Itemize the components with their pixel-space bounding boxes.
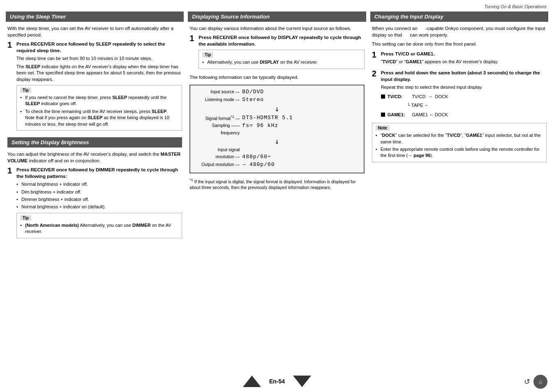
back-icon[interactable]: ↺ xyxy=(524,377,530,386)
signal-value: DTS-HDMSTR 5.1 xyxy=(242,115,293,121)
col-input-display: Changing the Input Display When you conn… xyxy=(370,12,548,165)
brightness-intro: You can adjust the brightness of the AV … xyxy=(7,151,182,164)
step-content: Press and hold down the same button (abo… xyxy=(381,69,547,120)
res-value: 480p/60÷ xyxy=(242,154,271,160)
bottom-nav: En-54 xyxy=(0,376,554,387)
step1-body: "TV/CD" or "GAME1" appears on the AV rec… xyxy=(381,59,547,65)
arrow-down-2: ↓ xyxy=(194,137,359,145)
game1-section: GAME1: GAME1 ↔ DOCK xyxy=(381,112,547,118)
sleep-tip-box: Tip If you need to cancel the sleep time… xyxy=(16,85,182,131)
inputsig-label: Input signal xyxy=(194,147,240,152)
col-source-info: Displaying Source Information You can di… xyxy=(188,12,366,193)
page-container: Turning On & Basic Operations Using the … xyxy=(0,0,554,392)
sleep-timer-intro: With the sleep timer, you can set the AV… xyxy=(7,25,182,38)
input-display-line2: This setting can be done only from the f… xyxy=(372,41,547,47)
step-title: Press RECEIVER once followed by DISPLAY … xyxy=(199,34,364,47)
sleep-body-1: The sleep time can be set from 90 to 10 … xyxy=(16,55,182,62)
display-row-inputsig: Input signal xyxy=(194,147,359,152)
tvcd-flow-line2: └ TAPE ← xyxy=(388,102,547,108)
mode-value: Stereo xyxy=(242,97,264,103)
bullet-4: Normal brightness + indicator on (defaul… xyxy=(16,204,182,210)
bottom-right-icons: ↺ ⌂ xyxy=(524,375,547,389)
arrow-down-1: ↓ xyxy=(194,104,359,113)
input-step-1: 1 Press TV/CD or GAME1. "TV/CD" or "GAME… xyxy=(372,51,547,67)
step-content: Press RECEIVER once followed by DIMMER r… xyxy=(16,166,182,241)
sleep-timer-header: Using the Sleep Timer xyxy=(6,12,184,22)
step-number: 2 xyxy=(372,69,379,120)
source-intro: You can display various information abou… xyxy=(189,25,364,32)
display-row-res: resolution — 480p/60÷ xyxy=(194,154,359,160)
sleep-step-1: 1 Press RECEIVER once followed by SLEEP … xyxy=(7,41,182,133)
tip-list: Alternatively, you can use DISPLAY on th… xyxy=(202,59,360,65)
tip-item: Alternatively, you can use DISPLAY on th… xyxy=(202,59,360,65)
step-title: Press RECEIVER once followed by SLEEP re… xyxy=(16,41,182,54)
note-header: Note xyxy=(376,125,390,131)
step-title: Press TV/CD or GAME1. xyxy=(381,51,547,57)
note-item-1: "DOCK" can be selected for the "TV/CD", … xyxy=(376,132,543,145)
tip-list: (North American models) Alternatively, y… xyxy=(20,222,178,235)
step-number: 1 xyxy=(372,51,379,67)
input-step-2: 2 Press and hold down the same button (a… xyxy=(372,69,547,120)
next-page-button[interactable] xyxy=(293,376,311,387)
source-info-body: You can display various information abou… xyxy=(188,25,366,191)
tvcd-row: TV/CD: TV/CD → DOCK xyxy=(381,94,547,100)
brightness-step-1: 1 Press RECEIVER once followed by DIMMER… xyxy=(7,166,182,241)
step-title: Press and hold down the same button (abo… xyxy=(381,69,547,83)
step-body: Repeat this step to select the desired i… xyxy=(381,84,547,118)
step-number: 1 xyxy=(189,34,196,71)
home-icon[interactable]: ⌂ xyxy=(533,375,547,389)
tip-item-1: If you need to cancel the sleep timer, p… xyxy=(20,95,178,107)
output-label: Output resolution — xyxy=(194,162,240,167)
mode-label: Listening mode — xyxy=(194,97,240,102)
footnote: *1 If the input signal is digital, the s… xyxy=(189,178,364,191)
tvcd-section: TV/CD: TV/CD → DOCK └ TAPE ← xyxy=(381,94,547,108)
bullet-2: Dim brightness + indicator off. xyxy=(16,189,182,195)
source-tip-box: Tip Alternatively, you can use DISPLAY o… xyxy=(199,50,364,69)
step-body: The sleep time can be set from 90 to 10 … xyxy=(16,55,182,83)
game1-row: GAME1: GAME1 ↔ DOCK xyxy=(381,112,547,118)
col-sleep-timer: Using the Sleep Timer With the sleep tim… xyxy=(6,12,184,243)
tip-header: Tip xyxy=(20,88,31,93)
freq-label: frequency xyxy=(194,130,240,135)
step-title: Press RECEIVER once followed by DIMMER r… xyxy=(16,166,182,180)
display-row-freq: frequency xyxy=(194,130,359,135)
input-display-intro: When you connect an -capable Onkyo compo… xyxy=(372,25,547,38)
sampling-value: fs= 96 kHz xyxy=(242,122,278,129)
display-brightness-header: Setting the Display Brightness xyxy=(7,137,182,148)
prev-page-button[interactable] xyxy=(243,376,261,387)
game1-flow: GAME1 ↔ DOCK xyxy=(412,112,448,117)
display-row-output: Output resolution — → 480p/60 xyxy=(194,161,359,168)
tip-item-2: To check the time remaining until the AV… xyxy=(20,108,178,127)
brightness-tip-box: Tip (North American models) Alternativel… xyxy=(16,213,182,238)
bullet-3: Dimmer brightness + indicator off. xyxy=(16,196,182,203)
tip-list: If you need to cancel the sleep timer, p… xyxy=(20,95,178,127)
page-indicator: En-54 xyxy=(261,378,293,385)
step-content: Press TV/CD or GAME1. "TV/CD" or "GAME1"… xyxy=(381,51,547,67)
note-item-2: Enter the appropriate remote control cod… xyxy=(376,146,543,159)
tip-item-1: (North American models) Alternatively, y… xyxy=(20,222,178,235)
step-content: Press RECEIVER once followed by SLEEP re… xyxy=(16,41,182,133)
display-row-signal: Signal format*1 — DTS-HDMSTR 5.1 xyxy=(194,115,359,121)
display-row-input: Input source — BD/DVD xyxy=(194,89,359,95)
breadcrumb-text: Turning On & Basic Operations xyxy=(485,4,547,9)
sleep-body-2: The SLEEP indicator lights on the AV rec… xyxy=(16,64,182,83)
input-display-body: When you connect an -capable Onkyo compo… xyxy=(370,25,548,162)
step-number: 1 xyxy=(7,166,14,241)
breadcrumb: Turning On & Basic Operations xyxy=(6,4,548,9)
step-body: Normal brightness + indicator off. Dim b… xyxy=(16,181,182,210)
brightness-bullets: Normal brightness + indicator off. Dim b… xyxy=(16,181,182,210)
bullet-1: Normal brightness + indicator off. xyxy=(16,181,182,187)
output-value: → 480p/60 xyxy=(242,161,275,168)
input-display-header: Changing the Input Display xyxy=(370,12,548,22)
following-text: The following information can be typical… xyxy=(189,74,364,81)
game1-label: GAME1: xyxy=(388,112,405,117)
tip-header: Tip xyxy=(20,215,31,221)
step-content: Press RECEIVER once followed by DISPLAY … xyxy=(199,34,364,71)
tip-header: Tip xyxy=(202,52,213,58)
square-bullet xyxy=(381,113,385,117)
step-number: 1 xyxy=(7,41,14,133)
display-row-mode: Listening mode — Stereo xyxy=(194,97,359,103)
display-diagram: Input source — BD/DVD Listening mode — S… xyxy=(189,85,364,173)
res-label: resolution — xyxy=(194,154,240,159)
step2-body: Repeat this step to select the desired i… xyxy=(381,84,547,90)
